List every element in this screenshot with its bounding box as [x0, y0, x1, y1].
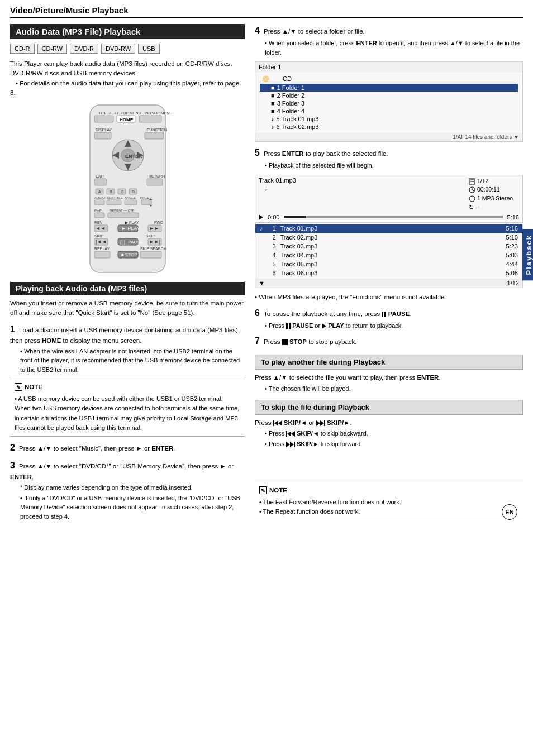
- note2-bullet-1: • The Fast Forward/Reverse function does…: [259, 497, 518, 508]
- skip-text: Press SKIP/◄ or SKIP/►. • Press SKIP/◄ t…: [255, 418, 523, 448]
- format-badges: CD-R CD-RW DVD-R DVD-RW USB: [10, 44, 245, 54]
- playback-sidebar-label: Playback: [522, 229, 533, 280]
- track-list: ♪ 1 Track 01.mp3 5:16 ♪ 2 Track 02.mp3 5…: [255, 223, 522, 279]
- svg-text:FWD: FWD: [154, 221, 163, 224]
- badge-usb: USB: [138, 44, 160, 54]
- track-header-row: Track 01.mp3 ↓ 1/12 00:00:11: [255, 175, 522, 214]
- svg-text:DISPLAY: DISPLAY: [96, 128, 112, 132]
- left-column: Audio Data (MP3 File) Playback CD-R CD-R…: [10, 24, 245, 525]
- skip-header: To skip the file during Playback: [255, 400, 523, 415]
- svg-text:REPLAY: REPLAY: [94, 247, 110, 251]
- track-item-1: ♪ 1 Track 01.mp3 5:16: [255, 224, 522, 233]
- svg-text:◄◄: ◄◄: [96, 226, 106, 231]
- svg-rect-44: [108, 213, 139, 218]
- note-box-2: ✎ NOTE • The Fast Forward/Reverse functi…: [255, 482, 523, 520]
- svg-rect-43: [94, 213, 104, 218]
- play-another-text: Press ▲/▼ to select the file you want to…: [255, 373, 523, 393]
- svg-rect-67: [140, 251, 161, 258]
- track-item-6: ♪ 6 Track 06.mp3 5:08: [255, 269, 522, 277]
- svg-text:❙❙ PAUSE: ❙❙ PAUSE: [119, 240, 143, 245]
- note-title-2: ✎ NOTE: [259, 485, 518, 495]
- track-header-name: Track 01.mp3 ↓: [259, 177, 296, 192]
- down-arrow-track: ▼: [259, 280, 265, 286]
- svg-text:B: B: [110, 190, 112, 194]
- track-count-icon: [469, 178, 475, 185]
- svg-rect-11: [145, 132, 164, 139]
- svg-rect-7: [139, 116, 161, 122]
- pause-symbol-2: [286, 323, 291, 329]
- end-time: 5:16: [507, 214, 519, 221]
- svg-text:TITLE/EDIT: TITLE/EDIT: [98, 111, 120, 115]
- svg-text:▶ PLAY: ▶ PLAY: [125, 221, 139, 224]
- svg-text:REPEAT — OFF: REPEAT — OFF: [110, 209, 135, 212]
- svg-rect-4: [94, 116, 113, 122]
- svg-rect-36: [107, 200, 121, 205]
- intro-text1: This Player can play back audio data (MP…: [10, 59, 245, 98]
- svg-text:■ STOP: ■ STOP: [121, 252, 137, 257]
- step-6: 6 To pause the playback at any time, pre…: [255, 307, 523, 331]
- progress-bar: [284, 216, 502, 218]
- track-item-4: ♪ 4 Track 04.mp3 5:03: [255, 251, 522, 260]
- note-icon-1: ✎: [15, 383, 22, 391]
- section2-header: Playing back Audio data (MP3 files): [10, 282, 245, 295]
- svg-text:►►|: ►►|: [149, 239, 160, 245]
- start-time: 0:00: [268, 214, 279, 221]
- two-column-layout: Audio Data (MP3 File) Playback CD-R CD-R…: [10, 24, 523, 525]
- track-item-5: ♪ 5 Track 05.mp3 4:44: [255, 260, 522, 269]
- svg-rect-20: [94, 179, 107, 185]
- svg-text:REV: REV: [94, 221, 103, 224]
- track-type: 1 MP3 Stereo: [469, 194, 519, 203]
- step-3: 3 Press ▲/▼ to select "DVD/CD*" or "USB …: [10, 459, 245, 521]
- folder-label: Folder 1: [255, 62, 522, 72]
- track-item-2: ♪ 2 Track 02.mp3 5:10: [255, 233, 522, 242]
- folder-footer: 1/All 14 files and folders ▼: [255, 133, 522, 141]
- badge-cdrw: CD-RW: [37, 44, 68, 54]
- svg-text:► PLAY: ► PLAY: [121, 226, 140, 231]
- svg-text:►►: ►►: [149, 226, 159, 231]
- step-4: 4 Press ▲/▼ to select a folder or file. …: [255, 24, 523, 57]
- folder-icon-1: ■: [271, 84, 275, 91]
- audio-icon: [469, 195, 475, 202]
- stop-symbol: [282, 339, 288, 345]
- svg-text:AUDIO: AUDIO: [94, 196, 105, 199]
- badge-dvdrw: DVD-RW: [101, 44, 135, 54]
- mp3-note: • When MP3 files are played, the "Functi…: [255, 293, 523, 302]
- skip-left-symbol-2: [286, 431, 295, 437]
- svg-rect-10: [94, 132, 111, 139]
- skip-right-symbol: [316, 420, 325, 426]
- svg-line-73: [472, 190, 474, 191]
- track-num: 1/12: [469, 177, 519, 186]
- track-progress-area: 0:00 5:16: [255, 214, 522, 223]
- step-2: 2 Press ▲/▼ to select "Music", then pres…: [10, 441, 245, 454]
- svg-text:ANGLE: ANGLE: [125, 196, 136, 199]
- folder-item-4: ■ 4 Folder 4: [260, 107, 518, 115]
- svg-text:A: A: [98, 190, 101, 194]
- badge-cdr: CD-R: [10, 44, 35, 54]
- svg-text:POP-UP MENU: POP-UP MENU: [145, 111, 172, 115]
- step-7: 7 Press STOP to stop playback.: [255, 334, 523, 348]
- folder-item-6: ♪ 6 Track 02.mp3: [260, 123, 518, 131]
- svg-text:SKIP: SKIP: [94, 234, 103, 238]
- step-1: 1 Load a disc or insert a USB memory dev…: [10, 323, 245, 375]
- svg-rect-38: [141, 200, 151, 205]
- track-time: 00:00:11: [469, 185, 519, 194]
- folder-display: Folder 1 📀 CD ■ 1 Folder 1 ■ 2 Folder 2: [255, 61, 523, 142]
- step-5: 5 Press ENTER to play back the selected …: [255, 146, 523, 170]
- play-another-header: To play another file during Playback: [255, 355, 523, 370]
- folder-icon-3: ■: [271, 100, 275, 107]
- folder-tree-header: 📀 CD: [260, 74, 518, 84]
- folder-item-1: ■ 1 Folder 1: [260, 84, 518, 92]
- note-icon-2: ✎: [259, 486, 267, 494]
- skip-right-symbol-2: [286, 442, 295, 447]
- svg-point-74: [469, 196, 475, 202]
- svg-text:EXIT: EXIT: [96, 174, 104, 178]
- svg-rect-64: [94, 251, 110, 258]
- section1-header: Audio Data (MP3 File) Playback: [10, 24, 245, 39]
- svg-text:SKIP SEARCH: SKIP SEARCH: [140, 247, 166, 251]
- play-symbol: [322, 323, 326, 329]
- section2-intro: When you insert or remove a USB memory d…: [10, 299, 245, 318]
- folder-tree: 📀 CD ■ 1 Folder 1 ■ 2 Folder 2 ■ 3 Folde…: [255, 72, 522, 133]
- page-title: Video/Picture/Music Playback: [10, 6, 523, 18]
- svg-text:C: C: [121, 190, 123, 194]
- remote-svg: TITLE/EDIT TOP MENU POP-UP MENU HOME DIS…: [79, 102, 177, 275]
